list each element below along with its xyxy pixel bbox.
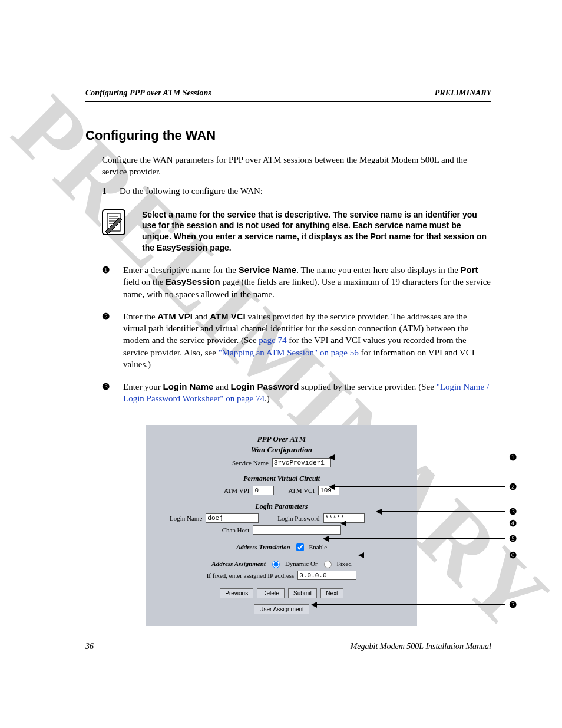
header-right: PRELIMINARY [435,88,491,98]
step-text: Do the following to configure the WAN: [120,186,263,196]
atm-vci-label: ATM VCI [288,487,315,494]
numbered-step-1: 1 Do the following to configure the WAN: [102,186,491,196]
section-title: Configuring the WAN [85,128,491,143]
atm-vpi-label: ATM VPI [224,487,250,494]
dynamic-label: Dynamic Or [285,560,318,567]
step-2: ❸ Enter your Login Name and Login Passwo… [102,381,491,405]
service-name-input[interactable] [272,458,331,467]
login-password-label: Login Password [277,515,319,522]
callout-1: ❷ [417,482,517,492]
wan-config-form: PPP Over ATM Wan Configuration Service N… [146,425,417,626]
callout-0: ❶ [417,452,517,463]
form-title-1: PPP Over ATM [152,434,411,444]
delete-button[interactable]: Delete [257,588,285,598]
submit-button[interactable]: Submit [288,588,317,598]
fixed-radio[interactable] [324,561,332,568]
callout-3: ❹ [417,518,517,529]
page-number: 36 [85,642,94,651]
login-name-label: Login Name [170,515,202,522]
note-text: Select a name for the service that is de… [142,209,491,254]
callout-5: ❻ [417,550,517,561]
note-icon [102,209,125,235]
manual-title: Megabit Modem 500L Installation Manual [351,642,491,651]
note-row: Select a name for the service that is de… [102,209,491,254]
callout-2: ❸ [417,506,517,517]
service-name-label: Service Name [232,459,269,466]
login-heading: Login Parameters [152,502,411,511]
chap-host-label: Chap Host [222,526,250,533]
fixed-ip-label: If fixed, enter assigned IP address [207,572,295,579]
fixed-label: Fixed [337,560,352,567]
callout-4: ❺ [417,533,517,544]
header-left: Configuring PPP over ATM Sessions [85,88,211,98]
step-1: ❷ Enter the ATM VPI and ATM VCI values p… [102,311,491,370]
step-1-text: Enter the ATM VPI and ATM VCI values pro… [123,311,491,370]
next-button[interactable]: Next [320,588,343,598]
link-page-74[interactable]: page 74 [259,335,286,345]
pvc-heading: Permanent Virtual Circuit [152,475,411,483]
atm-vpi-input[interactable] [253,486,274,495]
step-mark-2: ❸ [102,381,123,405]
step-0: ❶ Enter a descriptive name for the Servi… [102,264,491,300]
page-footer: 36 Megabit Modem 500L Installation Manua… [85,637,491,651]
step-mark-0: ❶ [102,264,123,300]
user-assignment-button[interactable]: User Assignment [254,604,309,614]
enable-checkbox[interactable] [296,543,304,551]
callout-6: ❼ [417,599,517,610]
login-name-input[interactable] [206,513,259,523]
link-mapping-atm[interactable]: "Mapping an ATM Session" on page 56 [219,348,359,357]
step-number: 1 [102,186,120,196]
step-2-text: Enter your Login Name and Login Password… [123,381,491,405]
chap-host-input[interactable] [253,525,341,535]
enable-label: Enable [309,543,328,551]
form-title-2: Wan Configuration [152,445,411,454]
intro-paragraph: Configure the WAN parameters for PPP ove… [102,154,491,178]
address-translation-label: Address Translation [236,543,290,551]
dynamic-radio[interactable] [272,561,280,568]
running-header: Configuring PPP over ATM Sessions PRELIM… [85,88,491,102]
step-0-text: Enter a descriptive name for the Service… [123,264,491,300]
address-assignment-label: Address Assignment [211,560,266,567]
step-mark-1: ❷ [102,311,123,370]
fixed-ip-input[interactable] [297,571,356,580]
previous-button[interactable]: Previous [220,588,253,598]
